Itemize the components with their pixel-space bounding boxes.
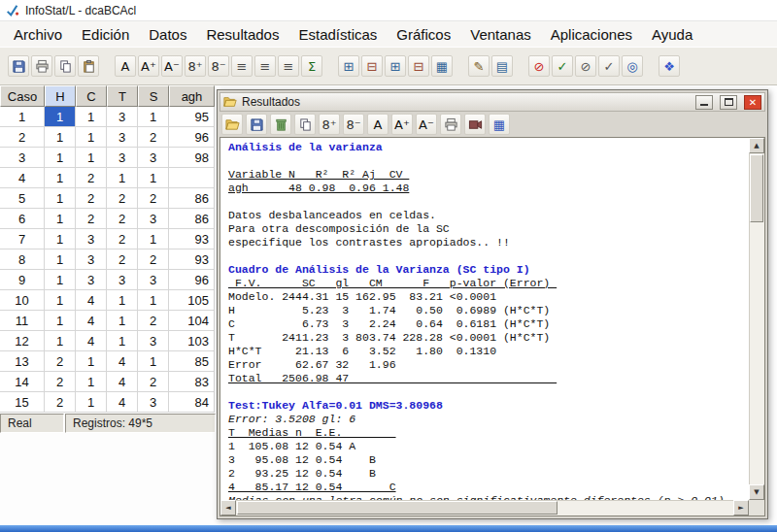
search-case-button[interactable]: ◎	[622, 55, 643, 77]
cell-s-row5[interactable]: 2	[138, 188, 169, 209]
menu-estadísticas[interactable]: Estadísticas	[288, 23, 387, 46]
font-increase-button[interactable]: A⁺	[391, 114, 413, 135]
cell-caso-row14[interactable]: 14	[0, 372, 45, 392]
cell-caso-row13[interactable]: 13	[0, 351, 45, 372]
font-button[interactable]: A	[367, 114, 388, 135]
cell-h-row14[interactable]: 2	[45, 372, 76, 392]
cell-agh-row15[interactable]: 84	[169, 392, 215, 413]
menu-resultados[interactable]: Resultados	[196, 23, 288, 46]
cell-agh-row11[interactable]: 104	[169, 311, 215, 331]
copy-button[interactable]	[54, 55, 76, 77]
cell-agh-row14[interactable]: 83	[169, 372, 215, 392]
align-right-button[interactable]: ≡	[278, 55, 299, 77]
cell-h-row7[interactable]: 1	[45, 229, 76, 249]
scroll-down-button[interactable]: ▼	[749, 484, 764, 500]
cell-caso-row8[interactable]: 8	[0, 249, 45, 270]
cell-c-row10[interactable]: 4	[76, 290, 107, 311]
cell-c-row12[interactable]: 4	[76, 331, 107, 351]
cell-t-row2[interactable]: 3	[107, 127, 138, 148]
delete-row-button[interactable]: ⊟	[361, 55, 383, 77]
delete-button[interactable]	[270, 114, 291, 135]
cell-c-row15[interactable]: 1	[76, 392, 107, 413]
vertical-scrollbar[interactable]: ▲ ▼	[749, 138, 764, 500]
table-button[interactable]: ▦	[489, 114, 510, 135]
cell-t-row4[interactable]: 1	[107, 168, 138, 188]
cell-agh-row7[interactable]: 93	[169, 229, 215, 249]
cell-h-row2[interactable]: 1	[45, 127, 76, 148]
column-header-c[interactable]: C	[76, 85, 107, 107]
cell-caso-row10[interactable]: 10	[0, 290, 45, 311]
cell-caso-row3[interactable]: 3	[0, 148, 45, 168]
cell-agh-row3[interactable]: 98	[169, 148, 215, 168]
vertical-scroll-thumb[interactable]	[750, 154, 763, 222]
cell-s-row15[interactable]: 3	[138, 392, 169, 413]
cell-caso-row5[interactable]: 5	[0, 188, 45, 209]
cell-t-row13[interactable]: 4	[107, 351, 138, 372]
cell-c-row2[interactable]: 1	[76, 127, 107, 148]
menu-aplicaciones[interactable]: Aplicaciones	[541, 23, 642, 46]
cell-s-row8[interactable]: 2	[138, 249, 169, 270]
cell-c-row8[interactable]: 3	[76, 249, 107, 270]
cell-s-row14[interactable]: 2	[138, 372, 169, 392]
column-header-t[interactable]: T	[107, 85, 138, 107]
cell-caso-row2[interactable]: 2	[0, 127, 45, 148]
cell-caso-row11[interactable]: 11	[0, 311, 45, 331]
cell-t-row1[interactable]: 3	[107, 107, 138, 127]
cell-c-row11[interactable]: 4	[76, 311, 107, 331]
cell-h-row4[interactable]: 1	[45, 168, 76, 188]
align-center-button[interactable]: ≡	[254, 55, 276, 77]
decimals-decrease-button[interactable]: 8⁻	[343, 114, 364, 135]
cell-agh-row12[interactable]: 103	[169, 331, 215, 351]
paste-button[interactable]	[78, 55, 99, 77]
column-header-caso[interactable]: Caso	[0, 85, 45, 107]
decimals-increase-button[interactable]: 8⁺	[185, 55, 206, 77]
cell-c-row4[interactable]: 2	[76, 168, 107, 188]
insert-row-button[interactable]: ⊞	[338, 55, 359, 77]
cell-h-row9[interactable]: 1	[45, 270, 76, 290]
cell-s-row3[interactable]: 3	[138, 148, 169, 168]
print-button[interactable]	[31, 55, 52, 77]
save-button[interactable]	[246, 114, 267, 135]
cell-t-row3[interactable]: 3	[107, 148, 138, 168]
results-content[interactable]: Análisis de la varianzaVariable N R² R² …	[220, 138, 749, 500]
deactivate-all-button[interactable]: ⊘	[575, 55, 596, 77]
cell-s-row2[interactable]: 2	[138, 127, 169, 148]
column-header-s[interactable]: S	[138, 85, 169, 107]
cell-agh-row10[interactable]: 105	[169, 290, 215, 311]
cell-h-row3[interactable]: 1	[45, 148, 76, 168]
cell-caso-row15[interactable]: 15	[0, 392, 45, 413]
results-titlebar[interactable]: Resultados ✕	[220, 92, 765, 112]
cell-t-row12[interactable]: 1	[107, 331, 138, 351]
cell-h-row13[interactable]: 2	[45, 351, 76, 372]
font-decrease-button[interactable]: A⁻	[161, 55, 183, 77]
cell-caso-row7[interactable]: 7	[0, 229, 45, 249]
menu-datos[interactable]: Datos	[139, 23, 196, 46]
cell-t-row14[interactable]: 4	[107, 372, 138, 392]
cell-s-row7[interactable]: 1	[138, 229, 169, 249]
cell-t-row15[interactable]: 4	[107, 392, 138, 413]
cell-agh-row5[interactable]: 86	[169, 188, 215, 209]
scroll-left-button[interactable]: ◄	[220, 500, 236, 515]
tools-button[interactable]: ❖	[659, 55, 680, 77]
cell-agh-row13[interactable]: 85	[169, 351, 215, 372]
edit-cell-button[interactable]: ✎	[468, 55, 490, 77]
cell-t-row6[interactable]: 2	[107, 209, 138, 229]
cell-s-row9[interactable]: 3	[138, 270, 169, 290]
cell-agh-row8[interactable]: 93	[169, 249, 215, 270]
cell-agh-row9[interactable]: 96	[169, 270, 215, 290]
table-properties-button[interactable]: ▦	[431, 55, 453, 77]
delete-column-button[interactable]: ⊟	[408, 55, 429, 77]
cell-caso-row4[interactable]: 4	[0, 168, 45, 188]
scroll-up-button[interactable]: ▲	[749, 138, 764, 153]
cell-s-row6[interactable]: 3	[138, 209, 169, 229]
horizontal-scrollbar[interactable]: ◄ ►	[220, 500, 749, 515]
cell-s-row13[interactable]: 1	[138, 351, 169, 372]
cell-c-row14[interactable]: 1	[76, 372, 107, 392]
column-header-agh[interactable]: agh	[169, 85, 215, 107]
cell-agh-row1[interactable]: 95	[169, 107, 215, 127]
cell-caso-row6[interactable]: 6	[0, 209, 45, 229]
cell-h-row1[interactable]: 1	[45, 107, 76, 127]
menu-archivo[interactable]: Archivo	[4, 23, 72, 46]
cell-agh-row6[interactable]: 86	[169, 209, 215, 229]
cell-c-row7[interactable]: 3	[76, 229, 107, 249]
